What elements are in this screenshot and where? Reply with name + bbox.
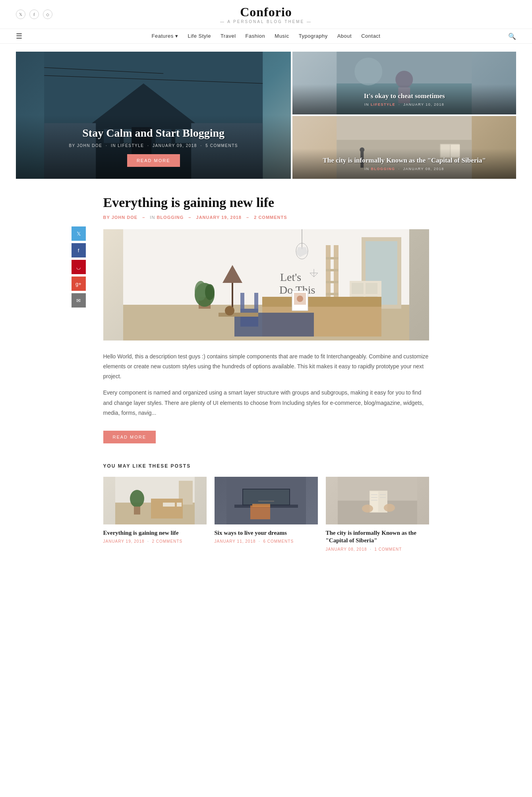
post-card-2-image [215, 477, 318, 524]
hero-main-meta: BY JOHN DOE · IN LIFESTYLE · JANUARY 09,… [28, 143, 279, 148]
you-may-like-heading: YOU MAY LIKE THESE POSTS [103, 463, 429, 469]
svg-rect-44 [240, 293, 244, 311]
share-email-button[interactable]: ✉ [72, 293, 86, 308]
article-para2: Every component is named and organized u… [103, 388, 429, 418]
svg-rect-33 [326, 281, 339, 283]
post-card-3-meta: JANUARY 08, 2018 · 1 COMMENT [326, 547, 429, 551]
nav-about[interactable]: About [337, 33, 352, 39]
social-links: 𝕏 f ◇ [16, 10, 52, 19]
svg-rect-71 [177, 503, 182, 507]
post-card-1-title: Everything is gaining new life [103, 529, 207, 537]
post-card-1-meta: JANUARY 19, 2018 · 2 COMMENTS [103, 539, 207, 544]
post-card-1-svg [103, 477, 207, 524]
hero-side-bottom-overlay: The city is informally Known as the "Cap… [292, 149, 516, 179]
share-twitter-button[interactable]: 𝕏 [72, 226, 86, 241]
article-para1: Hello World, this a description test guy… [103, 352, 429, 382]
post-card-3-image [326, 477, 429, 524]
svg-point-89 [362, 505, 373, 513]
hero-side-top-meta: IN LIFESTYLE · JANUARY 10, 2018 [300, 103, 508, 106]
hero-side: It's okay to cheat sometimes IN LIFESTYL… [292, 52, 516, 179]
svg-rect-70 [163, 503, 175, 507]
svg-point-67 [130, 490, 144, 507]
hero-main-overlay: Stay Calm and Start Blogging BY JOHN DOE… [16, 115, 291, 179]
post-card-3-title: The city is informally Known as the "Cap… [326, 529, 429, 545]
hamburger-icon[interactable]: ☰ [16, 32, 22, 41]
nav-lifestyle[interactable]: Life Style [188, 33, 211, 39]
site-subtitle: — A PERSONAL BLOG THEME — [220, 19, 312, 24]
hero-read-more-button[interactable]: READ MORE [127, 154, 180, 167]
social-sidebar: 𝕏 f ◡ g+ ✉ [72, 226, 86, 308]
svg-rect-75 [243, 489, 289, 505]
svg-point-53 [205, 284, 215, 300]
twitter-icon[interactable]: 𝕏 [16, 10, 25, 19]
post-card-3-svg [326, 477, 429, 524]
navbar: ☰ Features ▾ Life Style Travel Fashion M… [0, 29, 532, 44]
post-card-1-image [103, 477, 207, 524]
post-card-2-meta: JANUARY 11, 2018 · 6 COMMENTS [215, 539, 318, 544]
svg-rect-76 [258, 501, 274, 502]
hero-section: Stay Calm and Start Blogging BY JOHN DOE… [16, 52, 516, 179]
svg-rect-32 [326, 269, 339, 271]
svg-rect-78 [252, 504, 270, 507]
top-bar: 𝕏 f ◇ Conforio — A PERSONAL BLOG THEME — [0, 0, 532, 29]
nav-fashion[interactable]: Fashion [246, 33, 265, 39]
share-google-button[interactable]: g+ [72, 277, 86, 291]
nav-travel[interactable]: Travel [221, 33, 236, 39]
nav-typography[interactable]: Typography [299, 33, 328, 39]
svg-rect-41 [262, 297, 381, 307]
svg-point-61 [297, 296, 303, 302]
instagram-icon[interactable]: ◇ [43, 10, 52, 19]
hero-side-bottom: The city is informally Known as the "Cap… [292, 116, 516, 179]
post-card-2: Six ways to live your dreams JANUARY 11,… [215, 477, 318, 551]
article-section: 𝕏 f ◡ g+ ✉ Everything is gaining new lif… [95, 195, 437, 443]
article-meta: BY JOHN DOE – IN BLOGGING – JANUARY 19, … [103, 215, 429, 220]
hero-side-top: It's okay to cheat sometimes IN LIFESTYL… [292, 52, 516, 114]
hero-side-bottom-title: The city is informally Known as the "Cap… [300, 157, 508, 164]
svg-rect-34 [326, 293, 339, 295]
share-facebook-button[interactable]: f [72, 243, 86, 257]
search-icon[interactable]: 🔍 [508, 33, 516, 40]
nav-music[interactable]: Music [275, 33, 289, 39]
svg-rect-37 [366, 283, 377, 294]
you-may-like-section: YOU MAY LIKE THESE POSTS Everything is g… [95, 463, 437, 551]
svg-rect-36 [352, 283, 364, 294]
svg-point-52 [195, 281, 207, 301]
post-card-2-svg [215, 477, 318, 524]
nav-features[interactable]: Features ▾ [152, 33, 178, 39]
post-card-3: The city is informally Known as the "Cap… [326, 477, 429, 551]
hero-main-title: Stay Calm and Start Blogging [28, 127, 279, 139]
hero-side-top-overlay: It's okay to cheat sometimes IN LIFESTYL… [292, 84, 516, 114]
svg-rect-43 [240, 309, 258, 327]
svg-point-14 [355, 58, 383, 85]
svg-rect-68 [134, 507, 140, 515]
svg-point-49 [225, 306, 234, 315]
post-card-1: Everything is gaining new life JANUARY 1… [103, 477, 207, 551]
article-read-more-button[interactable]: READ MORE [103, 431, 156, 443]
nav-links: Features ▾ Life Style Travel Fashion Mus… [152, 33, 381, 39]
post-card-2-title: Six ways to live your dreams [215, 529, 318, 537]
svg-point-90 [384, 504, 395, 512]
svg-rect-45 [254, 293, 258, 311]
svg-text:Let's: Let's [280, 271, 301, 283]
svg-rect-77 [250, 505, 270, 519]
site-name: Conforio [220, 5, 312, 19]
hero-main: Stay Calm and Start Blogging BY JOHN DOE… [16, 52, 291, 179]
hero-side-bottom-meta: IN BLOGGING · JANUARY 08, 2018 [300, 167, 508, 171]
hero-side-top-title: It's okay to cheat sometimes [300, 92, 508, 100]
nav-contact[interactable]: Contact [361, 33, 380, 39]
facebook-icon[interactable]: f [29, 10, 39, 19]
article-image-svg: Let's Do This [103, 229, 429, 340]
article-image: Let's Do This [103, 229, 429, 340]
svg-rect-31 [326, 257, 339, 259]
site-title: Conforio — A PERSONAL BLOG THEME — [220, 5, 312, 24]
article-title: Everything is gaining new life [103, 195, 429, 211]
share-pinterest-button[interactable]: ◡ [72, 260, 86, 274]
svg-rect-48 [219, 313, 258, 317]
svg-rect-69 [151, 499, 183, 518]
article-body: Hello World, this a description test guy… [103, 352, 429, 418]
posts-grid: Everything is gaining new life JANUARY 1… [103, 477, 429, 551]
